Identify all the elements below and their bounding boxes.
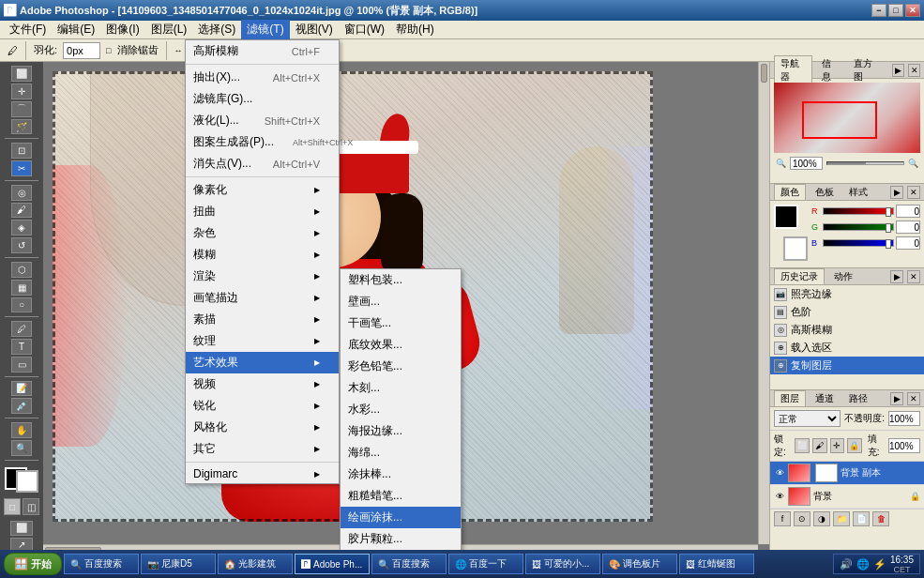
history-panel-close[interactable]: ✕ bbox=[907, 270, 920, 283]
nav-tab-info[interactable]: 信息 bbox=[816, 56, 844, 84]
scrollbar-vertical[interactable] bbox=[758, 62, 769, 544]
tool-move[interactable]: ✛ bbox=[11, 84, 32, 99]
color-tab-color[interactable]: 颜色 bbox=[774, 184, 806, 200]
tool-notes[interactable]: 📝 bbox=[11, 381, 32, 397]
taskbar-item-dragonfly[interactable]: 🖼 红蜻蜒图 bbox=[679, 554, 754, 574]
layer-adjustment-btn[interactable]: ◑ bbox=[813, 511, 830, 526]
filter-item-pixelate[interactable]: 像素化 bbox=[186, 179, 339, 201]
color-panel-close[interactable]: ✕ bbox=[907, 186, 920, 199]
filter-item-vanish[interactable]: 消失点(V)... Alt+Ctrl+V bbox=[186, 153, 339, 175]
filter-item-artistic[interactable]: 艺术效果 bbox=[186, 352, 339, 373]
quickmask-mode[interactable]: ◫ bbox=[23, 498, 39, 515]
taskbar-item-baidusearch2[interactable]: 🔍 百度搜索 bbox=[371, 554, 447, 574]
screen-mode[interactable]: ⬜ bbox=[10, 521, 33, 535]
fill-input[interactable] bbox=[888, 438, 920, 453]
tool-text[interactable]: T bbox=[11, 339, 32, 355]
tool-dodge[interactable]: ○ bbox=[11, 297, 32, 313]
layers-tab-channels[interactable]: 通道 bbox=[810, 391, 840, 406]
menu-edit[interactable]: 编辑(E) bbox=[52, 20, 100, 39]
history-tab-history[interactable]: 历史记录 bbox=[774, 268, 825, 284]
taskbar-item-nikon[interactable]: 📷 尼康D5 bbox=[141, 554, 216, 574]
taskbar-item-photoshop[interactable]: 🅿 Adobe Ph... bbox=[295, 554, 370, 574]
filter-item-noise[interactable]: 杂色 bbox=[186, 222, 339, 244]
filter-item-sketch[interactable]: 素描 bbox=[186, 309, 339, 330]
tool-brush[interactable]: 🖌 bbox=[11, 203, 32, 219]
history-item-0[interactable]: 📷 照亮边缘 bbox=[770, 285, 924, 303]
artistic-item-filmgrain[interactable]: 胶片颗粒... bbox=[341, 528, 461, 550]
artistic-item-mural[interactable]: 壁画... bbox=[341, 291, 461, 312]
nav-panel-close[interactable]: ✕ bbox=[908, 64, 920, 77]
taskbar-item-cute[interactable]: 🖼 可爱的小... bbox=[525, 554, 600, 574]
layer-mask-btn[interactable]: ⊙ bbox=[794, 511, 810, 526]
tool-eraser[interactable]: ⬡ bbox=[11, 262, 32, 278]
lock-position[interactable]: ✛ bbox=[830, 438, 845, 453]
g-value[interactable] bbox=[896, 221, 920, 234]
menu-filter[interactable]: 滤镜(T) bbox=[241, 20, 289, 39]
artistic-item-posteredge[interactable]: 海报边缘... bbox=[341, 420, 461, 442]
layer-group-btn[interactable]: 📁 bbox=[833, 511, 850, 526]
blend-mode-select[interactable]: 正常 溶解 正片叠底 bbox=[774, 410, 841, 427]
history-item-3[interactable]: ⊕ 载入选区 bbox=[770, 339, 924, 357]
menu-layer[interactable]: 图层(L) bbox=[145, 20, 193, 39]
layer-eye-1[interactable]: 👁 bbox=[774, 491, 785, 502]
zoom-slider[interactable] bbox=[826, 161, 904, 165]
tool-zoom[interactable]: 🔍 bbox=[11, 440, 32, 456]
filter-item-liquify[interactable]: 液化(L)... Shift+Ctrl+X bbox=[186, 110, 339, 131]
color-tab-styles[interactable]: 样式 bbox=[843, 185, 873, 200]
artistic-item-plastic[interactable]: 塑料包装... bbox=[341, 269, 461, 291]
b-slider-thumb[interactable] bbox=[886, 239, 891, 249]
artistic-item-sponge[interactable]: 海绵... bbox=[341, 442, 461, 464]
zoom-input[interactable] bbox=[790, 157, 823, 170]
layer-eye-0[interactable]: 👁 bbox=[774, 467, 785, 479]
lock-pixels[interactable]: 🖌 bbox=[812, 438, 827, 453]
layers-panel-close[interactable]: ✕ bbox=[907, 392, 920, 405]
filter-item-extract[interactable]: 抽出(X)... Alt+Ctrl+X bbox=[186, 67, 339, 88]
layers-panel-menu[interactable]: ▶ bbox=[890, 392, 903, 405]
tool-healing[interactable]: ◎ bbox=[11, 185, 32, 201]
opacity-input[interactable] bbox=[888, 411, 920, 426]
bg-color-box[interactable] bbox=[783, 236, 808, 261]
artistic-item-smudge[interactable]: 涂抹棒... bbox=[341, 464, 461, 485]
taskbar-item-palette[interactable]: 🎨 调色板片 bbox=[602, 554, 677, 574]
tool-shape[interactable]: ▭ bbox=[11, 357, 32, 373]
layer-new-btn[interactable]: 📄 bbox=[853, 511, 870, 526]
artistic-item-drbrush[interactable]: 干画笔... bbox=[341, 312, 461, 334]
taskbar-item-baidusearch1[interactable]: 🔍 百度搜索 bbox=[64, 554, 139, 574]
scrollbar-v-thumb[interactable] bbox=[761, 64, 767, 83]
tool-stamp[interactable]: ◈ bbox=[11, 220, 32, 236]
layer-style-btn[interactable]: f bbox=[774, 511, 791, 526]
standard-mode[interactable]: □ bbox=[4, 498, 21, 515]
b-slider-track[interactable] bbox=[823, 239, 894, 247]
taskbar-item-arch[interactable]: 🏠 光影建筑 bbox=[218, 554, 293, 574]
layers-tab-paths[interactable]: 路径 bbox=[843, 391, 873, 406]
g-slider-thumb[interactable] bbox=[886, 223, 891, 233]
background-color[interactable] bbox=[16, 470, 38, 493]
tool-marquee[interactable]: ⬜ bbox=[11, 66, 32, 82]
menu-select[interactable]: 选择(S) bbox=[192, 20, 241, 39]
history-item-2[interactable]: ◎ 高斯模糊 bbox=[770, 321, 924, 339]
filter-item-sharpen[interactable]: 锐化 bbox=[186, 395, 339, 417]
tool-history-brush[interactable]: ↺ bbox=[11, 237, 32, 253]
history-item-4[interactable]: ⊕ 复制图层 bbox=[770, 357, 924, 374]
fg-color-box[interactable] bbox=[774, 205, 798, 229]
close-button[interactable]: ✕ bbox=[905, 4, 920, 17]
layer-delete-btn[interactable]: 🗑 bbox=[872, 511, 889, 526]
history-panel-menu[interactable]: ▶ bbox=[890, 270, 903, 283]
layer-item-1[interactable]: 👁 背景 🔒 bbox=[770, 485, 924, 509]
lock-transparent[interactable]: ⬜ bbox=[795, 438, 810, 453]
feather-input[interactable] bbox=[63, 42, 100, 59]
tool-lasso[interactable]: ⌒ bbox=[11, 101, 32, 117]
artistic-item-roughpastel[interactable]: 粗糙蜡笔... bbox=[341, 485, 461, 507]
filter-item-pattern[interactable]: 图案生成器(P)... Alt+Shift+Ctrl+X bbox=[186, 131, 339, 153]
menu-window[interactable]: 窗口(W) bbox=[339, 20, 390, 39]
tool-hand[interactable]: ✋ bbox=[11, 422, 32, 438]
color-tab-swatches[interactable]: 色板 bbox=[810, 185, 840, 200]
menu-help[interactable]: 帮助(H) bbox=[390, 20, 440, 39]
b-value[interactable] bbox=[896, 236, 920, 250]
nav-viewport-box[interactable] bbox=[802, 101, 877, 139]
artistic-item-paintdaub[interactable]: 绘画涂抹... bbox=[341, 507, 461, 528]
nav-tab-navigator[interactable]: 导航器 bbox=[774, 55, 812, 84]
r-slider-track[interactable] bbox=[823, 207, 894, 215]
filter-item-video[interactable]: 视频 bbox=[186, 373, 339, 395]
menu-file[interactable]: 文件(F) bbox=[4, 20, 52, 39]
